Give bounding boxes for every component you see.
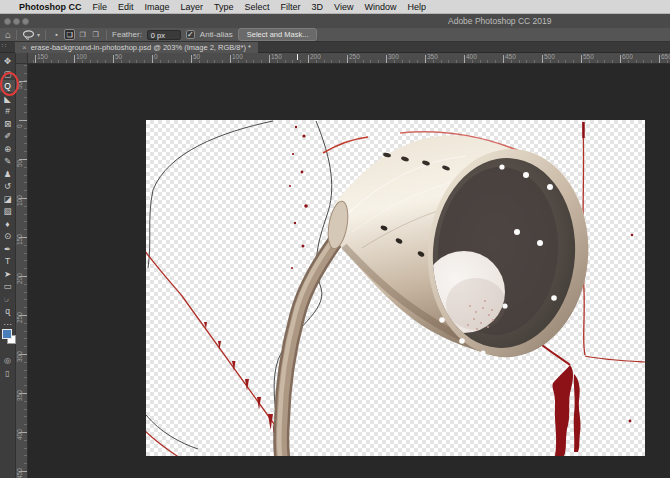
more-options-icon: ⋯: [3, 319, 12, 329]
screen-mode-button[interactable]: ▯: [0, 369, 15, 378]
menu-item-3d[interactable]: 3D: [312, 2, 324, 12]
menu-item-window[interactable]: Window: [364, 2, 396, 12]
menu-item-edit[interactable]: Edit: [118, 2, 134, 12]
tool-move[interactable]: ✥: [0, 55, 15, 67]
window-minimize-button[interactable]: [13, 18, 20, 25]
tab-close-icon[interactable]: ×: [22, 43, 27, 52]
menu-item-image[interactable]: Image: [145, 2, 170, 12]
ruler-h-label: 450: [505, 53, 516, 60]
path-selection-icon: ➤: [4, 269, 11, 279]
lasso-icon: Q: [4, 81, 11, 91]
blur-icon: ♦: [5, 219, 9, 229]
lamp-image: [146, 120, 645, 456]
ruler-h-label: 350: [427, 53, 438, 60]
tool-eyedropper[interactable]: ✐: [0, 130, 15, 142]
menu-item-filter[interactable]: Filter: [281, 2, 301, 12]
subtract-from-selection-button[interactable]: ❐: [77, 29, 88, 40]
tool-marquee[interactable]: ▢: [0, 68, 15, 80]
gradient-icon: ▧: [3, 206, 11, 216]
quick-mask-button[interactable]: ◎: [0, 356, 15, 365]
options-separator: [45, 30, 46, 40]
ruler-v-label: 0: [16, 124, 23, 128]
history-brush-icon: ↺: [4, 181, 11, 191]
menu-item-type[interactable]: Type: [214, 2, 234, 12]
active-tool-lasso-icon[interactable]: ▾: [22, 30, 40, 40]
window-title-bar[interactable]: Adobe Photoshop CC 2019: [0, 14, 670, 28]
select-and-mask-button[interactable]: Select and Mask...: [238, 28, 318, 41]
ruler-cursor-marker: [297, 54, 298, 60]
type-icon: T: [5, 256, 10, 266]
shape-icon: ▭: [3, 281, 11, 291]
ruler-v-label: 400: [16, 429, 23, 440]
document-canvas[interactable]: [146, 120, 645, 456]
chevron-down-icon: ▾: [37, 31, 40, 38]
panel-dots-icon[interactable]: ∷: [2, 42, 6, 50]
hand-icon: ☞: [4, 294, 12, 304]
clone-stamp-icon: ♟: [4, 169, 12, 179]
tool-options-bar: ⌂ ▾ ▪❏❐❒ Feather: 0 px ✓ Anti-alias Sele…: [0, 28, 670, 42]
options-separator: [16, 30, 17, 40]
crop-icon: #: [5, 106, 10, 116]
tool-healing-brush[interactable]: ⊕: [0, 143, 15, 155]
anti-alias-checkbox[interactable]: ✓: [186, 30, 195, 39]
tool-hand[interactable]: ☞: [0, 293, 15, 305]
tool-gradient[interactable]: ▧: [0, 205, 15, 217]
photoshop-window: Photoshop CC FileEditImageLayerTypeSelec…: [0, 0, 670, 478]
menu-item-select[interactable]: Select: [245, 2, 270, 12]
ruler-h-label: 150: [37, 53, 48, 60]
tool-blur[interactable]: ♦: [0, 218, 15, 230]
marquee-icon: ▢: [3, 69, 11, 79]
add-to-selection-button[interactable]: ❏: [64, 29, 75, 40]
tools-panel: ✥▢Q◣#⊠✐⊕✎♟↺◪▧♦⊙✒T➤▭☞ɋ⋯◎▯: [0, 53, 16, 478]
ruler-h-label: 650: [661, 53, 670, 60]
tool-zoom[interactable]: ɋ: [0, 305, 15, 317]
tool-type[interactable]: T: [0, 255, 15, 267]
tool-object-selection[interactable]: ◣: [0, 93, 15, 105]
ruler-origin-corner[interactable]: [16, 53, 28, 64]
ruler-v-label: 50: [16, 82, 23, 89]
tool-more-options[interactable]: ⋯: [0, 318, 15, 330]
tool-eraser[interactable]: ◪: [0, 193, 15, 205]
window-title: Adobe Photoshop CC 2019: [448, 16, 552, 26]
ruler-h-label: 200: [310, 53, 321, 60]
feather-input[interactable]: 0 px: [147, 30, 181, 40]
ruler-h-label: 600: [622, 53, 633, 60]
object-selection-icon: ◣: [4, 94, 11, 104]
feather-label: Feather:: [112, 30, 142, 39]
eyedropper-icon: ✐: [4, 131, 11, 141]
tool-shape[interactable]: ▭: [0, 280, 15, 292]
ruler-h-label: 250: [349, 53, 360, 60]
ruler-v-label: 300: [16, 351, 23, 362]
menu-item-help[interactable]: Help: [407, 2, 426, 12]
anti-alias-label: Anti-alias: [200, 30, 233, 39]
window-zoom-button[interactable]: [22, 18, 29, 25]
tool-pen[interactable]: ✒: [0, 243, 15, 255]
intersect-selection-button[interactable]: ❒: [90, 29, 101, 40]
tool-lasso[interactable]: Q: [0, 80, 15, 92]
tool-dodge[interactable]: ⊙: [0, 230, 15, 242]
ruler-v-label: 150: [16, 234, 23, 245]
horizontal-ruler[interactable]: 1501005005010015020025030035040045050055…: [28, 53, 670, 64]
menu-item-layer[interactable]: Layer: [181, 2, 204, 12]
window-close-button[interactable]: [4, 18, 11, 25]
tool-crop[interactable]: #: [0, 105, 15, 117]
ruler-h-label: 50: [193, 53, 200, 60]
menu-items: FileEditImageLayerTypeSelectFilter3DView…: [93, 2, 427, 12]
tool-brush[interactable]: ✎: [0, 155, 15, 167]
tool-path-selection[interactable]: ➤: [0, 268, 15, 280]
ruler-h-label: 400: [466, 53, 477, 60]
tool-frame[interactable]: ⊠: [0, 118, 15, 130]
tool-clone-stamp[interactable]: ♟: [0, 168, 15, 180]
menu-item-file[interactable]: File: [93, 2, 108, 12]
lamp-head: [323, 132, 595, 363]
menu-app-name[interactable]: Photoshop CC: [19, 2, 82, 12]
new-selection-button[interactable]: ▪: [51, 29, 62, 40]
foreground-color-swatch[interactable]: [2, 329, 12, 339]
menu-item-view[interactable]: View: [334, 2, 353, 12]
document-tab[interactable]: × erase-background-in-photoshop.psd @ 20…: [15, 42, 258, 53]
ruler-v-label: 350: [16, 390, 23, 401]
tool-history-brush[interactable]: ↺: [0, 180, 15, 192]
vertical-ruler[interactable]: 50050100150200250300350400450: [16, 64, 28, 478]
brush-icon: ✎: [4, 156, 11, 166]
home-icon[interactable]: ⌂: [5, 30, 11, 40]
